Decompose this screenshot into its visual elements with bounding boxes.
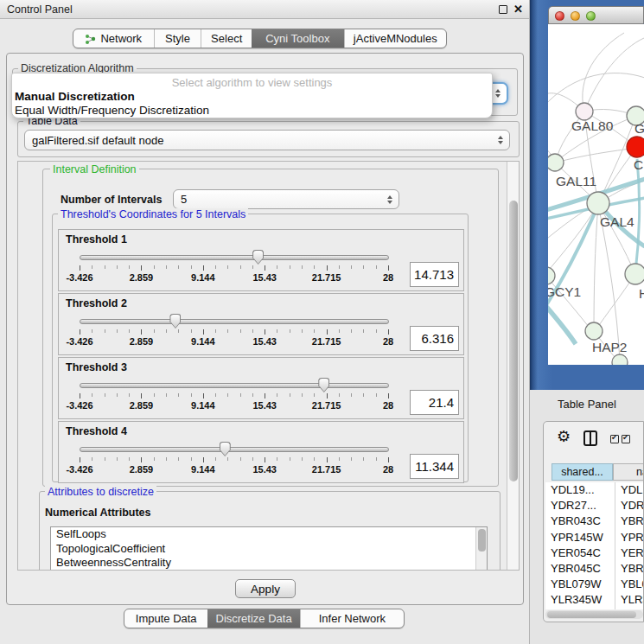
network-node-gal4[interactable] xyxy=(587,192,609,214)
table-cell[interactable]: YBR0 xyxy=(621,562,643,575)
combo-stepper-icon xyxy=(498,136,503,144)
slider-handle[interactable] xyxy=(169,314,181,328)
table-cell[interactable]: YDL19... xyxy=(551,483,595,496)
network-window-titlebar[interactable] xyxy=(548,6,644,24)
tab-impute-data[interactable]: Impute Data xyxy=(124,609,207,628)
tab-cyni-toolbox[interactable]: Cyni Toolbox xyxy=(252,29,344,48)
attribute-list-item[interactable]: BetweennessCentrality xyxy=(51,556,487,571)
network-node-c[interactable] xyxy=(627,137,644,157)
tab-infer-network[interactable]: Infer Network xyxy=(300,609,404,628)
column-header-shared-name[interactable]: shared... xyxy=(552,463,613,481)
network-node-label: G xyxy=(634,121,644,136)
table-row[interactable]: YLR345WYLR3 xyxy=(545,592,643,608)
network-node[interactable] xyxy=(612,354,628,365)
table-cell[interactable]: YBR043C xyxy=(551,514,601,527)
slider-tick xyxy=(327,457,328,462)
attribute-list-item[interactable]: SelfLoops xyxy=(51,527,487,542)
table-cell[interactable]: YLR3 xyxy=(621,593,643,606)
slider-track[interactable] xyxy=(80,319,389,324)
numerical-attributes-list[interactable]: SelfLoopsTopologicalCoefficientBetweenne… xyxy=(50,526,488,571)
table-row[interactable]: YPR145WYPR1 xyxy=(545,530,643,545)
tab-style[interactable]: Style xyxy=(154,29,201,48)
tab-network[interactable]: Network xyxy=(73,29,154,48)
attribute-list-item[interactable]: TopologicalCoefficient xyxy=(51,542,487,557)
table-cell[interactable]: YDL1 xyxy=(621,483,643,496)
network-node-label: H xyxy=(639,286,644,301)
threshold-slider[interactable]: -3.4262.8599.14415.4321.71528 xyxy=(59,358,463,418)
dropdown-item-manual-discretization[interactable]: Manual Discretization xyxy=(15,90,135,103)
threshold-value-field[interactable]: 21.4 xyxy=(410,390,459,415)
close-light[interactable] xyxy=(555,11,564,21)
slider-track[interactable] xyxy=(80,255,389,260)
slider-tick xyxy=(327,329,328,335)
list-scrollbar[interactable] xyxy=(475,527,487,571)
table-cell[interactable]: YBR045C xyxy=(551,562,601,575)
table-row[interactable]: YER054CYER0 xyxy=(545,545,643,561)
table-row[interactable]: YDR27...YDR2 xyxy=(545,498,643,513)
close-icon[interactable]: ✕ xyxy=(513,3,523,16)
float-window-icon[interactable] xyxy=(499,5,507,14)
tab-jactivemnodules[interactable]: jActiveMNodules xyxy=(344,29,446,48)
tab-select[interactable]: Select xyxy=(201,29,252,48)
table-row[interactable]: YBR045CYBR0 xyxy=(545,561,643,577)
network-node-gal11[interactable] xyxy=(548,154,564,171)
network-node-hap2[interactable] xyxy=(585,322,603,340)
threshold-value-field[interactable]: 14.713 xyxy=(410,262,459,287)
dropdown-item-equal-width-frequency[interactable]: Equal Width/Frequency Discretization xyxy=(15,104,209,117)
tab-discretize-data[interactable]: Discretize Data xyxy=(207,609,299,628)
slider-handle[interactable] xyxy=(252,250,264,265)
apply-button[interactable]: Apply xyxy=(235,579,296,598)
column-header-name[interactable]: na xyxy=(613,463,644,481)
table-row[interactable]: YDL19...YDL1 xyxy=(545,482,643,498)
slider-tick xyxy=(141,265,142,271)
table-cell[interactable]: YLR345W xyxy=(551,593,602,606)
slider-handle[interactable] xyxy=(318,378,329,392)
network-node-gal80[interactable] xyxy=(576,103,593,120)
slider-scale-label: 9.144 xyxy=(191,272,215,283)
network-node-gcy1[interactable] xyxy=(548,267,555,284)
network-node-h[interactable] xyxy=(625,264,644,284)
list-scrollbar-thumb[interactable] xyxy=(478,529,486,552)
table-cell[interactable]: YBL0 xyxy=(621,577,643,590)
slider-tick xyxy=(191,329,192,333)
vertical-scrollbar-thumb[interactable] xyxy=(509,201,518,481)
zoom-light[interactable] xyxy=(586,11,596,21)
table-cell[interactable]: YER0 xyxy=(621,546,643,559)
horizontal-scrollbar-thumb[interactable] xyxy=(547,611,636,618)
deselect-all-checkbox-icon[interactable] xyxy=(622,435,630,443)
slider-scale-label: 9.144 xyxy=(191,464,215,475)
threshold-slider[interactable]: -3.4262.8599.14415.4321.71528 xyxy=(59,294,463,354)
threshold-value-field[interactable]: 11.344 xyxy=(410,454,459,479)
threshold-slider[interactable]: -3.4262.8599.14415.4321.71528 xyxy=(59,422,463,482)
table-cell[interactable]: YER054C xyxy=(551,546,601,559)
table-cell[interactable]: YPR145W xyxy=(551,531,603,544)
network-canvas[interactable]: GAL80GCGAL11GAL4GCY1HHAP2 xyxy=(548,24,644,365)
table-row[interactable]: YBR043CYBR0 xyxy=(545,513,643,529)
minimize-light[interactable] xyxy=(571,11,580,21)
table-cell[interactable]: YPR1 xyxy=(621,531,643,544)
slider-tick xyxy=(129,393,130,397)
threshold-value-field[interactable]: 6.316 xyxy=(410,326,459,351)
tab-label: Discretize Data xyxy=(216,612,292,625)
vertical-scrollbar[interactable] xyxy=(507,162,519,570)
slider-tick xyxy=(376,329,377,333)
table-cell[interactable]: YBL079W xyxy=(551,577,602,590)
slider-track[interactable] xyxy=(80,447,389,452)
slider-handle[interactable] xyxy=(220,442,231,456)
slider-track[interactable] xyxy=(80,383,389,388)
select-all-checkbox-icon[interactable] xyxy=(610,435,619,443)
table-cell[interactable]: YDR2 xyxy=(621,499,643,512)
table-row[interactable]: YIL052CYIL0 xyxy=(545,609,643,609)
threshold-slider[interactable]: -3.4262.8599.14415.4321.71528 xyxy=(59,230,463,290)
table-cell[interactable]: YDR27... xyxy=(551,499,596,512)
network-edge xyxy=(583,33,624,112)
tab-label: Network xyxy=(100,32,142,45)
column-split-icon[interactable] xyxy=(583,430,597,446)
slider-scale-label: -3.426 xyxy=(66,336,92,347)
table-row[interactable]: YBL079WYBL0 xyxy=(545,577,643,592)
table-cell[interactable]: YBR0 xyxy=(621,514,643,527)
number-of-intervals-combobox[interactable]: 5 xyxy=(173,189,399,209)
table-data-combobox[interactable]: galFiltered.sif default node xyxy=(24,130,510,150)
gear-icon[interactable]: ⚙ xyxy=(557,429,571,444)
horizontal-scrollbar[interactable] xyxy=(545,610,643,619)
